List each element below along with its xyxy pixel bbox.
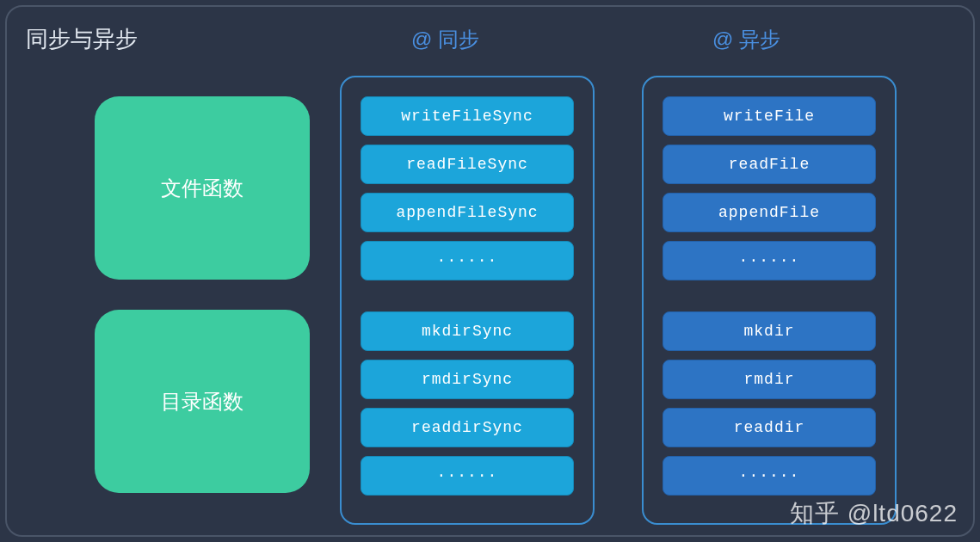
func-item: ······ (663, 456, 876, 496)
func-item: mkdir (663, 311, 876, 351)
func-item: appendFileSync (361, 193, 574, 232)
func-item: appendFile (663, 193, 876, 232)
func-item: mkdirSync (361, 311, 574, 351)
column-sync: writeFileSync readFileSync appendFileSyn… (340, 76, 595, 525)
column-header-async: @ 异步 (712, 26, 780, 53)
func-item: readdirSync (361, 408, 574, 447)
func-item: ······ (663, 241, 876, 280)
category-file-label: 文件函数 (161, 175, 243, 202)
watermark: 知乎 @ltd0622 (790, 497, 958, 530)
diagram-title: 同步与异步 (26, 24, 138, 54)
func-item: rmdir (663, 360, 876, 399)
async-file-group: writeFile readFile appendFile ······ (663, 96, 876, 280)
func-item: ······ (361, 456, 574, 496)
category-file: 文件函数 (95, 96, 310, 280)
category-dir: 目录函数 (95, 310, 310, 493)
sync-file-group: writeFileSync readFileSync appendFileSyn… (361, 96, 574, 280)
func-item: readFileSync (361, 145, 574, 184)
func-item: readFile (663, 145, 876, 184)
category-dir-label: 目录函数 (161, 388, 243, 416)
func-item: writeFile (663, 96, 876, 136)
column-async: writeFile readFile appendFile ······ mkd… (642, 76, 897, 525)
func-item: rmdirSync (361, 360, 574, 399)
column-header-sync: @ 同步 (411, 26, 479, 53)
func-item: writeFileSync (361, 96, 574, 136)
sync-dir-group: mkdirSync rmdirSync readdirSync ······ (361, 311, 574, 496)
func-item: ······ (361, 241, 574, 280)
async-dir-group: mkdir rmdir readdir ······ (663, 311, 876, 496)
func-item: readdir (663, 408, 876, 447)
